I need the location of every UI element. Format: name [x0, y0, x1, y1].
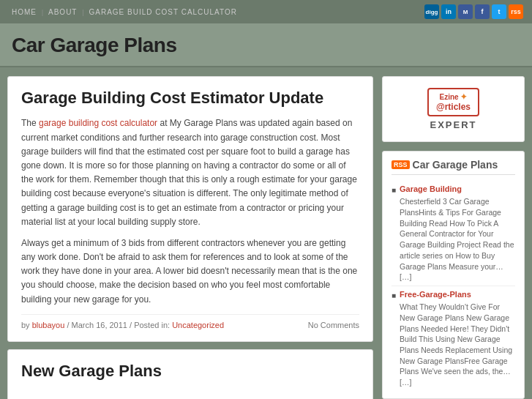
nav-about[interactable]: ABOUT	[45, 8, 80, 16]
nav-sep-2: |	[80, 8, 86, 16]
rss-text-2: What They Wouldn't Give For New Garage P…	[400, 302, 515, 388]
rss-content-1: Garage Building Chesterfield 3 Car Garag…	[400, 184, 515, 283]
meta-date: March 16, 2011	[72, 321, 127, 329]
ezine-line1: Ezine ✦	[436, 92, 471, 102]
nav-sep-1: |	[40, 8, 45, 16]
rss-widget: RSS Car Garage Plans ■ Garage Building C…	[382, 151, 525, 399]
linkedin-icon[interactable]: in	[441, 4, 456, 19]
ezine-line2: @rticles	[436, 102, 471, 112]
rss-widget-title-text: Car Garage Plans	[413, 159, 498, 171]
rss-list: ■ Garage Building Chesterfield 3 Car Gar…	[391, 181, 515, 391]
myspace-icon[interactable]: M	[458, 4, 473, 19]
ezine-logo-box: Ezine ✦ @rticles	[427, 88, 479, 116]
bullet-2: ■	[391, 291, 396, 299]
rss-link-2[interactable]: Free-Garage-Plans	[400, 289, 515, 300]
facebook-icon[interactable]: f	[475, 4, 490, 19]
article-body-1: The garage building cost calculator at M…	[21, 116, 359, 229]
article-meta-1: by blubayou / March 16, 2011 / Posted in…	[21, 314, 359, 329]
ezine-expert-label: EXPERT	[430, 119, 476, 130]
content-area: Garage Building Cost Estimator Update Th…	[7, 76, 373, 399]
meta-posted: / Posted in:	[130, 321, 170, 329]
rss-list-item-2: ■ Free-Garage-Plans What They Wouldn't G…	[391, 286, 515, 391]
rss-content-2: Free-Garage-Plans What They Wouldn't Giv…	[400, 289, 515, 388]
main-layout: Garage Building Cost Estimator Update Th…	[0, 67, 532, 399]
nav-home[interactable]: HOME	[9, 8, 40, 16]
twitter-icon[interactable]: t	[492, 4, 506, 19]
meta-category[interactable]: Uncategorized	[172, 321, 224, 329]
sidebar: Ezine ✦ @rticles EXPERT RSS Car Garage P…	[382, 76, 525, 399]
meta-comments-1[interactable]: No Comments	[308, 321, 359, 329]
social-icons-bar: digg in M f t rss	[424, 4, 523, 19]
rss-feed-icon[interactable]: rss	[509, 4, 523, 19]
article-body-prefix: The	[21, 118, 39, 128]
article-card-2: New Garage Plans	[7, 349, 373, 399]
site-header: Car Garage Plans	[0, 23, 532, 67]
rss-text-1: Chesterfield 3 Car Garage PlansHints & T…	[400, 196, 515, 283]
article-title-2: New Garage Plans	[21, 362, 359, 381]
article-body-1b: Always get a minimum of 3 bids from diff…	[21, 236, 359, 307]
meta-by: by	[21, 321, 30, 329]
nav-links: HOME | ABOUT | GARAGE BUILD COST CALCULA…	[9, 8, 240, 16]
top-navigation: HOME | ABOUT | GARAGE BUILD COST CALCULA…	[0, 0, 532, 23]
article-title-1: Garage Building Cost Estimator Update	[21, 89, 359, 108]
digg-icon[interactable]: digg	[424, 4, 439, 19]
bullet-1: ■	[391, 186, 396, 194]
rss-icon: RSS	[391, 160, 410, 169]
rss-list-item-1: ■ Garage Building Chesterfield 3 Car Gar…	[391, 181, 515, 286]
rss-link-1[interactable]: Garage Building	[400, 184, 515, 195]
article-card-1: Garage Building Cost Estimator Update Th…	[7, 76, 373, 342]
rss-widget-title: RSS Car Garage Plans	[391, 159, 515, 175]
meta-author[interactable]: blubayou	[32, 321, 65, 329]
site-title: Car Garage Plans	[12, 34, 520, 57]
garage-calc-link[interactable]: garage building cost calculator	[39, 118, 157, 128]
article-body-text1: at My Garage Plans was updated again bas…	[21, 118, 357, 226]
meta-left-1: by blubayou / March 16, 2011 / Posted in…	[21, 321, 224, 329]
nav-garage-calc[interactable]: GARAGE BUILD COST CALCULATOR	[86, 8, 240, 16]
ezine-badge-widget: Ezine ✦ @rticles EXPERT	[382, 76, 525, 142]
